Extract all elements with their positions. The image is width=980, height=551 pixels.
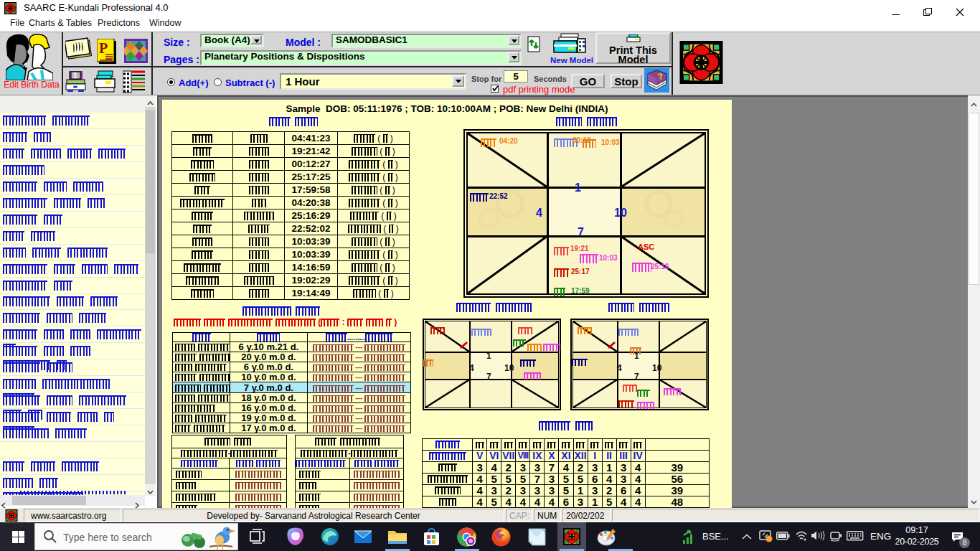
svg-text:P: P: [99, 40, 108, 56]
svg-text:1: 1: [73, 72, 77, 80]
